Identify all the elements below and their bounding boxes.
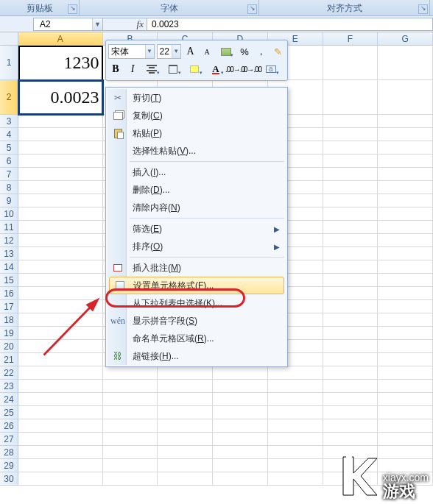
cell-G3[interactable] [378,115,433,128]
cell-F12[interactable] [323,234,379,247]
cell-G25[interactable] [378,406,433,419]
cell-A22[interactable] [18,366,103,380]
cell-F6[interactable] [323,155,379,168]
cell-F13[interactable] [323,247,379,260]
menu-name-range[interactable]: 命名单元格区域(R)... [108,330,286,347]
cell-E23[interactable] [268,380,323,393]
cell-B22[interactable] [103,366,158,380]
cell-G21[interactable] [378,353,433,366]
cell-A15[interactable] [18,274,103,287]
cell-F25[interactable] [323,406,379,419]
row-header-18[interactable]: 18 [0,313,18,327]
menu-format-cells[interactable]: 设置单元格格式(F)... [109,277,284,294]
cell-F18[interactable] [323,313,379,327]
font-color-button[interactable]: A [206,62,225,77]
cell-F20[interactable] [323,340,379,353]
italic-button[interactable]: I [125,62,140,77]
cell-F19[interactable] [323,327,379,340]
cell-D26[interactable] [213,419,268,433]
name-box-dropdown[interactable]: ▼ [92,18,102,30]
cell-F23[interactable] [323,380,379,393]
cell-E25[interactable] [268,406,323,419]
cell-B26[interactable] [103,419,158,433]
menu-copy[interactable]: 复制(C) [108,107,286,124]
cell-B29[interactable] [103,459,158,472]
shrink-font-button[interactable]: A [200,44,214,59]
col-header-A[interactable]: A [18,32,103,46]
cell-F9[interactable] [323,194,379,207]
row-header-8[interactable]: 8 [0,181,18,194]
cell-A16[interactable] [18,287,103,300]
row-header-6[interactable]: 6 [0,155,18,168]
align-center-button[interactable] [142,62,161,77]
row-header-1[interactable]: 1 [0,46,18,80]
row-header-27[interactable]: 27 [0,433,18,446]
cell-F2[interactable] [323,80,379,115]
cell-A11[interactable] [18,221,103,234]
cell-E30[interactable] [268,472,323,486]
cell-A21[interactable] [18,353,103,366]
cell-F22[interactable] [323,366,379,380]
cell-C30[interactable] [158,472,213,486]
cell-F7[interactable] [323,168,379,181]
row-header-20[interactable]: 20 [0,340,18,353]
select-all-corner[interactable] [0,32,18,46]
fill-color-button[interactable] [185,62,204,77]
cell-G16[interactable] [378,287,433,300]
cell-A23[interactable] [18,380,103,393]
cell-A30[interactable] [18,472,103,486]
cell-A4[interactable] [18,128,103,141]
cell-G13[interactable] [378,247,433,260]
cell-E27[interactable] [268,433,323,446]
cell-A6[interactable] [18,155,103,168]
row-header-29[interactable]: 29 [0,459,18,472]
clipboard-dialog-launcher[interactable]: ↘ [68,4,77,14]
cell-C22[interactable] [158,366,213,380]
cell-A10[interactable] [18,207,103,221]
cell-F5[interactable] [323,141,379,155]
cell-G27[interactable] [378,433,433,446]
menu-paste-special[interactable]: 选择性粘贴(V)... [108,142,286,160]
cell-A8[interactable] [18,181,103,194]
cell-A5[interactable] [18,141,103,155]
menu-paste[interactable]: 粘贴(P) [108,124,286,142]
row-header-21[interactable]: 21 [0,353,18,366]
row-header-11[interactable]: 11 [0,221,18,234]
borders-button[interactable] [163,62,183,77]
row-header-15[interactable]: 15 [0,274,18,287]
cell-A29[interactable] [18,459,103,472]
cell-A18[interactable] [18,313,103,327]
cell-G11[interactable] [378,221,433,234]
cell-G12[interactable] [378,234,433,247]
cell-G2[interactable] [378,80,433,115]
cell-B30[interactable] [103,472,158,486]
cell-B28[interactable] [103,446,158,459]
cell-G14[interactable] [378,260,433,274]
menu-hyperlink[interactable]: ⛓ 超链接(H)... [108,347,286,365]
cell-G24[interactable] [378,393,433,406]
cell-F21[interactable] [323,353,379,366]
cell-A17[interactable] [18,300,103,313]
cell-A13[interactable] [18,247,103,260]
cell-D29[interactable] [213,459,268,472]
cell-A9[interactable] [18,194,103,207]
cell-G9[interactable] [378,194,433,207]
row-header-24[interactable]: 24 [0,393,18,406]
cell-F14[interactable] [323,260,379,274]
cell-D24[interactable] [213,393,268,406]
row-header-17[interactable]: 17 [0,300,18,313]
menu-cut[interactable]: ✂ 剪切(T) [108,89,286,107]
cell-F15[interactable] [323,274,379,287]
cell-B24[interactable] [103,393,158,406]
cell-B25[interactable] [103,406,158,419]
col-header-F[interactable]: F [323,32,379,46]
cell-G22[interactable] [378,366,433,380]
cell-G23[interactable] [378,380,433,393]
cell-G1[interactable] [378,46,433,80]
menu-delete[interactable]: 删除(D)... [108,181,286,199]
grow-font-button[interactable]: A [183,44,198,59]
cell-D30[interactable] [213,472,268,486]
row-header-14[interactable]: 14 [0,260,18,274]
row-header-30[interactable]: 30 [0,472,18,486]
menu-pick-from-dropdown[interactable]: 从下拉列表中选择(K)... [108,294,286,312]
